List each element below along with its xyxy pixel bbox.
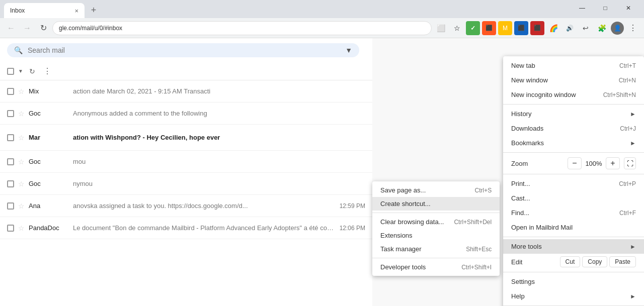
email-preview: action date March 02, 2021 - 9:15 AM Tra… [73,87,365,95]
email-sender: Goc [29,180,69,187]
minimize-button[interactable]: — [571,0,594,16]
submenu-item-task-manager[interactable]: Task manager Shift+Esc [372,242,500,256]
ext-volume-icon[interactable]: 🔊 [562,21,577,35]
ext-blue-icon[interactable]: ⬛ [514,21,528,35]
email-star-icon[interactable]: ☆ [18,158,25,166]
refresh-button[interactable]: ↻ [27,65,37,77]
email-checkbox[interactable] [7,180,14,187]
zoom-fullscreen-button[interactable]: ⛶ [624,157,636,169]
zoom-value: 100% [584,160,604,167]
email-checkbox[interactable] [7,158,14,165]
zoom-row: Zoom − 100% + ⛶ [503,155,644,172]
submenu-item-extensions[interactable]: Extensions [372,229,500,242]
email-checkbox[interactable] [7,110,14,117]
submenu-item-clear-browsing[interactable]: Clear browsing data... Ctrl+Shift+Del [372,215,500,229]
profile-avatar[interactable]: 👤 [611,22,624,35]
menu-item-open-mailbird[interactable]: Open in Mailbird Mail [503,220,644,235]
email-star-icon[interactable]: ☆ [18,134,25,142]
address-bar[interactable]: gle.com/mail/u/0/#inbox [52,21,432,35]
ext-red-icon[interactable]: ⬛ [530,21,544,35]
email-preview: nymou [73,180,365,187]
tab-close-icon[interactable]: × [74,7,78,15]
submenu-item-save-page[interactable]: Save page as... Ctrl+S [372,183,500,197]
cut-button[interactable]: Cut [560,256,581,267]
menu-item-new-incognito[interactable]: New incognito window Ctrl+Shift+N [503,87,644,102]
menu-item-bookmarks[interactable]: Bookmarks ► [503,136,644,150]
menu-item-help[interactable]: Help ► [503,289,644,303]
email-time: 12:59 PM [340,202,365,210]
ext-yellow-icon[interactable]: M [498,21,512,35]
reload-button[interactable]: ↻ [36,21,50,35]
email-star-icon[interactable]: ☆ [18,87,25,95]
ext-check-icon[interactable]: ✓ [466,21,480,35]
email-sender: PandaDoc [29,224,69,232]
restore-button[interactable]: □ [594,0,617,16]
submenu-item-dev-tools[interactable]: Developer tools Ctrl+Shift+I [372,260,500,274]
search-dropdown-icon[interactable]: ▼ [345,46,352,54]
email-row[interactable]: ☆ Mix action date March 02, 2021 - 9:15 … [0,80,372,103]
close-button[interactable]: ✕ [617,0,640,16]
email-content: ation with Wishpond? - Hey Cecilien, hop… [73,134,365,141]
menu-item-new-tab[interactable]: New tab Ctrl+T [503,58,644,73]
menu-item-settings[interactable]: Settings [503,274,644,289]
bookmark-icon[interactable]: ☆ [450,21,464,35]
menu-item-find-label: Find... [511,209,529,217]
search-box[interactable]: 🔍 ▼ [7,43,359,57]
email-checkbox[interactable] [7,225,14,232]
ext-orange-icon[interactable]: ⬛ [482,21,496,35]
submenu-item-create-shortcut[interactable]: Create shortcut... [372,197,500,211]
menu-item-history[interactable]: History ► [503,107,644,121]
submenu-separator-2 [372,258,500,258]
copy-button[interactable]: Copy [582,256,607,267]
menu-separator-3 [503,174,644,174]
email-star-icon[interactable]: ☆ [18,202,25,210]
zoom-increase-button[interactable]: + [606,157,620,169]
submenu-item-task-manager-label: Task manager [380,245,422,253]
tab-title: Inbox [10,7,25,14]
email-row[interactable]: ☆ Mar ation with Wishpond? - Hey Cecilie… [0,125,372,151]
menu-item-new-window-shortcut: Ctrl+N [619,77,636,84]
email-row[interactable]: ☆ PandaDoc Le document "Bon de commande … [0,217,372,239]
select-all-checkbox[interactable] [7,68,14,75]
select-dropdown-icon[interactable]: ▼ [18,68,23,74]
menu-item-new-window[interactable]: New window Ctrl+N [503,73,644,87]
email-row[interactable]: ☆ Ana anovska assigned a task to you. ht… [0,195,372,217]
menu-item-cast[interactable]: Cast... [503,191,644,206]
email-checkbox[interactable] [7,202,14,210]
back-button[interactable]: ← [4,21,18,35]
menu-item-bookmarks-arrow: ► [630,140,636,147]
menu-item-find[interactable]: Find... Ctrl+F [503,206,644,220]
email-star-icon[interactable]: ☆ [18,110,25,118]
new-tab-button[interactable]: + [87,3,101,17]
email-sender: Mar [29,134,69,141]
submenu-item-dev-tools-shortcut: Ctrl+Shift+I [461,264,492,271]
chrome-menu-button[interactable]: ⋮ [626,21,640,35]
email-star-icon[interactable]: ☆ [18,180,25,188]
extensions-puzzle-icon[interactable]: 🧩 [595,21,609,35]
email-row[interactable]: ☆ Goc Anonymous added a comment to the f… [0,103,372,125]
email-checkbox[interactable] [7,134,14,141]
menu-item-more-tools[interactable]: More tools ► [503,239,644,254]
menu-item-history-arrow: ► [630,111,636,118]
email-time: 12:06 PM [340,225,365,232]
ext-back-icon[interactable]: ↩ [579,21,593,35]
menu-item-print[interactable]: Print... Ctrl+P [503,176,644,191]
search-input[interactable] [28,46,345,54]
email-row[interactable]: ☆ Goc mou [0,151,372,173]
submenu-item-extensions-label: Extensions [380,232,413,239]
paste-button[interactable]: Paste [609,256,636,267]
external-link-icon[interactable]: ⬜ [434,21,448,35]
menu-item-new-window-label: New window [511,76,548,84]
title-bar: Inbox × + — □ ✕ [0,0,644,18]
email-checkbox[interactable] [7,88,14,95]
zoom-decrease-button[interactable]: − [568,157,582,169]
more-options-button[interactable]: ⋮ [41,64,53,78]
email-star-icon[interactable]: ☆ [18,224,25,232]
menu-item-new-tab-shortcut: Ctrl+T [619,62,636,69]
forward-button[interactable]: → [20,21,34,35]
email-row[interactable]: ☆ Goc nymou [0,173,372,195]
browser-tab[interactable]: Inbox × [4,3,85,18]
ext-multicolor-icon[interactable]: 🌈 [546,21,560,35]
menu-item-downloads[interactable]: Downloads Ctrl+J [503,121,644,136]
submenu-item-save-page-shortcut: Ctrl+S [474,187,492,194]
